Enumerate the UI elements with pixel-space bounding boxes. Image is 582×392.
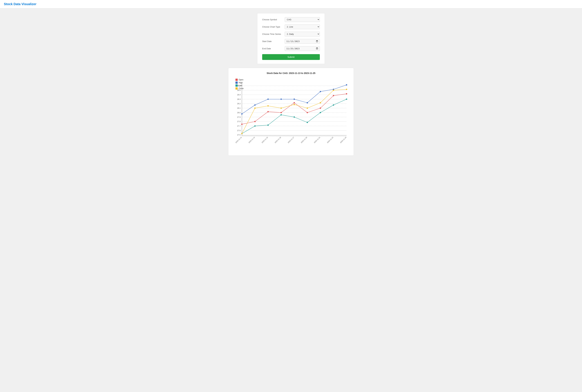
svg-text:2023-11-22: 2023-11-22 [327, 136, 334, 144]
svg-text:2023-11-24: 2023-11-24 [340, 136, 347, 144]
svg-point-44 [241, 113, 243, 114]
svg-point-69 [333, 90, 334, 91]
svg-point-37 [267, 111, 269, 112]
legend-low-color [235, 84, 238, 87]
svg-point-52 [346, 84, 347, 86]
svg-point-49 [307, 102, 308, 104]
symbol-select[interactable]: CAG AAPL MSFT GOOG [285, 17, 320, 22]
symbol-label: Choose Symbol [262, 18, 285, 21]
app-header: Stock Data Visualizer [0, 0, 582, 8]
svg-point-36 [254, 121, 256, 122]
svg-point-54 [254, 125, 256, 127]
main-content: Choose Symbol CAG AAPL MSFT GOOG Choose … [0, 8, 582, 160]
svg-point-46 [267, 98, 269, 100]
svg-point-68 [320, 102, 321, 104]
svg-point-67 [307, 108, 308, 109]
svg-text:28.4: 28.4 [237, 94, 241, 96]
svg-text:2023-11-15: 2023-11-15 [261, 136, 268, 144]
legend-close-label: Close [239, 87, 244, 90]
svg-point-42 [333, 95, 334, 96]
time-series-select[interactable]: 1. Intraday 2. Daily 3. Weekly 4. Monthl… [285, 32, 320, 36]
chart-type-select[interactable]: 1. Bar 2. Line 3. Scatter [285, 24, 320, 29]
svg-point-43 [346, 93, 347, 94]
legend-open-label: Open [239, 79, 243, 81]
svg-point-38 [281, 112, 282, 113]
svg-text:27.9: 27.9 [237, 116, 241, 118]
end-date-label: End Date [262, 47, 285, 50]
svg-text:2023-11-14: 2023-11-14 [248, 136, 255, 144]
symbol-row: Choose Symbol CAG AAPL MSFT GOOG [262, 17, 320, 22]
svg-text:2023-11-17: 2023-11-17 [287, 136, 294, 144]
svg-point-35 [241, 124, 243, 125]
legend-open-color [235, 79, 238, 81]
svg-text:28.3: 28.3 [237, 98, 241, 100]
svg-point-48 [294, 98, 295, 100]
svg-text:28.0: 28.0 [237, 112, 241, 114]
time-series-row: Choose Time Series 1. Intraday 2. Daily … [262, 32, 320, 36]
svg-point-59 [320, 112, 321, 113]
svg-point-62 [241, 133, 243, 134]
time-series-label: Choose Time Series [262, 33, 285, 35]
legend-open: Open [235, 79, 244, 81]
svg-point-63 [254, 108, 256, 109]
chart-legend: Open High Low Close [235, 79, 244, 90]
svg-point-60 [333, 104, 334, 106]
svg-text:2023-11-13: 2023-11-13 [235, 136, 242, 144]
start-date-label: Start Date [262, 40, 285, 42]
svg-point-61 [346, 98, 347, 100]
svg-text:27.6: 27.6 [237, 130, 241, 132]
start-date-row: Start Date [262, 39, 320, 44]
svg-point-66 [294, 104, 295, 105]
svg-text:2023-11-20: 2023-11-20 [301, 136, 308, 144]
svg-point-47 [281, 98, 282, 100]
chart-card: Stock Data for CAG: 2023-11-13 to 2023-1… [228, 68, 354, 156]
submit-button[interactable]: Submit [262, 54, 320, 60]
svg-point-65 [281, 108, 282, 109]
end-date-row: End Date [262, 46, 320, 51]
svg-text:28.1: 28.1 [237, 107, 241, 109]
legend-close-color [235, 87, 238, 90]
svg-point-39 [294, 102, 295, 104]
legend-high: High [235, 82, 244, 84]
chart-svg: 27.527.627.727.827.928.028.128.228.328.4… [232, 77, 350, 151]
svg-point-50 [320, 91, 321, 92]
chart-type-label: Choose Chart Type [262, 26, 285, 28]
svg-text:27.8: 27.8 [237, 120, 241, 122]
form-card: Choose Symbol CAG AAPL MSFT GOOG Choose … [257, 13, 325, 64]
svg-text:2023-11-16: 2023-11-16 [274, 136, 281, 144]
legend-high-color [235, 82, 238, 84]
end-date-input[interactable] [285, 46, 320, 51]
start-date-input[interactable] [285, 39, 320, 44]
svg-text:27.7: 27.7 [237, 125, 241, 127]
legend-close: Close [235, 87, 244, 90]
svg-point-64 [267, 105, 269, 106]
svg-point-45 [254, 104, 256, 106]
svg-text:2023-11-21: 2023-11-21 [314, 136, 321, 144]
chart-title: Stock Data for CAG: 2023-11-13 to 2023-1… [232, 72, 350, 74]
legend-low-label: Low [239, 84, 242, 87]
svg-point-57 [294, 116, 295, 118]
svg-point-40 [307, 112, 308, 113]
svg-point-56 [281, 114, 282, 116]
chart-area: 27.527.627.727.827.928.028.128.228.328.4… [232, 77, 350, 152]
svg-point-55 [267, 124, 269, 126]
app-title: Stock Data Visualizer [4, 2, 578, 6]
svg-point-41 [320, 108, 321, 109]
chart-type-row: Choose Chart Type 1. Bar 2. Line 3. Scat… [262, 24, 320, 29]
svg-point-70 [346, 89, 347, 90]
svg-point-58 [307, 122, 308, 123]
legend-high-label: High [239, 82, 243, 84]
svg-text:28.2: 28.2 [237, 103, 241, 104]
legend-low: Low [235, 84, 244, 87]
svg-text:27.5: 27.5 [237, 134, 241, 136]
